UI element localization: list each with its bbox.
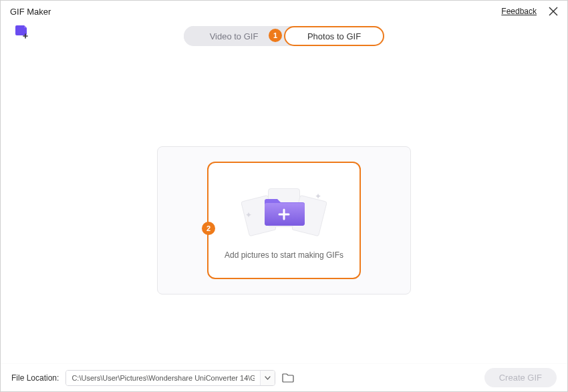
annotation-badge-1: 1 <box>269 29 282 42</box>
app-logo-icon <box>14 23 30 42</box>
main-area: 2 ✦ ✦ <box>1 50 567 364</box>
drop-zone[interactable]: 2 ✦ ✦ <box>207 162 361 279</box>
sparkle-icon: ✦ <box>315 192 321 201</box>
mode-switch: Video to GIF Photos to GIF <box>184 26 384 46</box>
file-location-input[interactable] <box>66 371 260 385</box>
sparkle-icon: ✦ <box>245 210 252 220</box>
feedback-link[interactable]: Feedback <box>501 7 537 16</box>
folder-graphic: ✦ ✦ <box>237 181 331 240</box>
titlebar: GIF Maker Feedback <box>1 1 567 22</box>
file-location-field <box>65 370 275 386</box>
tab-photos-to-gif[interactable]: Photos to GIF <box>284 26 384 46</box>
file-location-dropdown[interactable] <box>260 371 275 385</box>
footer: File Location: Create GIF <box>1 363 567 391</box>
annotation-badge-2: 2 <box>202 222 215 235</box>
create-gif-button[interactable]: Create GIF <box>484 368 557 387</box>
close-icon <box>549 7 558 16</box>
titlebar-actions: Feedback <box>501 7 558 16</box>
toolbar: Video to GIF Photos to GIF <box>1 22 567 50</box>
close-button[interactable] <box>549 7 558 16</box>
folder-plus-icon <box>263 194 305 227</box>
drop-prompt-text: Add pictures to start making GIFs <box>225 250 343 260</box>
file-location-label: File Location: <box>11 373 59 383</box>
drop-card: 2 ✦ ✦ <box>157 146 411 295</box>
browse-folder-button[interactable] <box>282 373 294 383</box>
chevron-down-icon <box>265 376 271 380</box>
folder-icon <box>282 373 294 383</box>
window-title: GIF Maker <box>10 7 51 17</box>
